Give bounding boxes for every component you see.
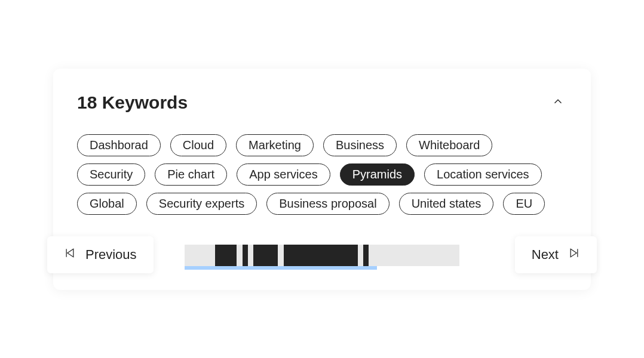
- next-button[interactable]: Next: [515, 236, 597, 273]
- timeline-segment: [363, 245, 369, 266]
- previous-label: Previous: [85, 247, 137, 263]
- keyword-pill[interactable]: United states: [399, 193, 494, 215]
- keyword-pill[interactable]: Pie chart: [155, 163, 227, 186]
- previous-button[interactable]: Previous: [47, 236, 154, 273]
- keyword-pill[interactable]: Security: [77, 163, 145, 186]
- chevron-up-icon: [551, 95, 565, 110]
- collapse-button[interactable]: [549, 92, 567, 112]
- timeline-segment: [253, 245, 278, 266]
- svg-marker-1: [68, 249, 73, 257]
- timeline-track: [185, 245, 459, 266]
- bottom-row: Previous Next: [77, 245, 567, 266]
- timeline-highlight: [185, 266, 377, 270]
- skip-forward-icon: [568, 247, 580, 263]
- keyword-pill[interactable]: Marketing: [236, 134, 314, 156]
- keyword-pill[interactable]: Business proposal: [266, 193, 389, 215]
- keyword-pill[interactable]: App services: [237, 163, 330, 186]
- keyword-pill[interactable]: Location services: [424, 163, 542, 186]
- keyword-pill[interactable]: Security experts: [146, 193, 257, 215]
- keyword-pill[interactable]: Whiteboard: [406, 134, 492, 156]
- keywords-container: DashboradCloudMarketingBusinessWhiteboar…: [77, 134, 567, 215]
- keyword-pill[interactable]: Cloud: [170, 134, 226, 156]
- card-header: 18 Keywords: [77, 92, 567, 113]
- card-title: 18 Keywords: [77, 92, 188, 113]
- keyword-pill[interactable]: Pyramids: [340, 163, 415, 186]
- keyword-pill[interactable]: Dashborad: [77, 134, 161, 156]
- skip-back-icon: [64, 247, 76, 263]
- svg-marker-2: [571, 249, 576, 257]
- timeline-segment: [215, 245, 237, 266]
- keywords-card: 18 Keywords DashboradCloudMarketingBusin…: [53, 69, 591, 290]
- keyword-pill[interactable]: Global: [77, 193, 137, 215]
- timeline[interactable]: [185, 245, 459, 266]
- keyword-pill[interactable]: Business: [323, 134, 397, 156]
- timeline-segment: [243, 245, 248, 266]
- keyword-pill[interactable]: EU: [503, 193, 545, 215]
- timeline-segment: [284, 245, 358, 266]
- next-label: Next: [532, 247, 559, 263]
